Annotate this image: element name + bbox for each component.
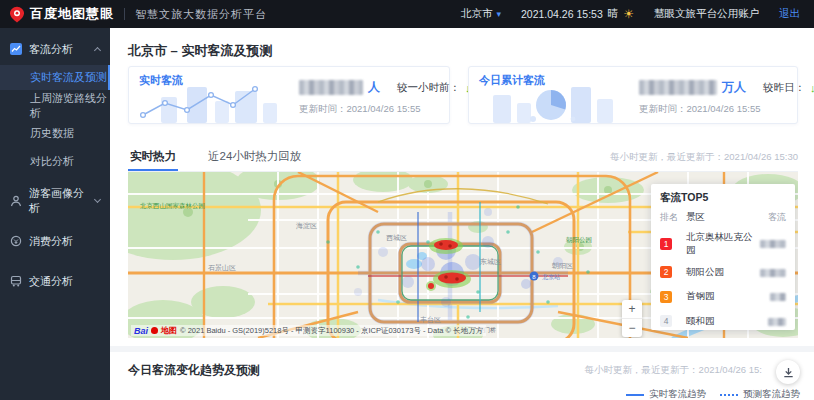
trend-panel: 今日客流变化趋势及预测 每小时更新，最近更新于：2021/04/26 15: 实… [110,352,814,400]
top5-row-3[interactable]: 3 首钢园 [660,288,786,306]
subway-station-badge: 8 [530,272,539,281]
sidebar-nav: 客流分析 实时客流及预测 上周游览路线分析 历史数据 对比分析 游客画像分析 [0,28,110,400]
rank-badge: 3 [660,291,672,303]
sidebar-item-realtime-flow-forecast[interactable]: 实时客流及预测 [0,65,110,90]
header-divider [124,8,125,20]
dotted-line-icon [720,394,738,396]
rank-badge: 4 [660,315,672,327]
chevron-up-icon [94,47,101,54]
heat-tabs: 实时热力 近24小时热力回放 每小时更新，最近更新于：2021/04/26 15… [128,146,798,172]
sidebar-item-label: 对比分析 [30,154,74,169]
realtime-flow-card: 实时客流 人 较一小时前： ↓ [128,66,450,124]
top5-row-2[interactable]: 2 朝阳公园 [660,263,786,281]
datetime-weather: 2021.04.26 15:53 晴 ☀ [521,7,634,21]
baidu-logo-map-text: 地图 [161,325,177,336]
update-time: 更新时间：2021/04/26 15:55 [299,103,420,116]
user-icon [10,195,22,207]
sidebar-item-label: 历史数据 [30,126,74,141]
logo-text: 百度地图慧眼 [30,5,114,23]
scenic-name: 首钢园 [686,290,758,303]
header-right: 北京市 ▾ 2021.04.26 15:53 晴 ☀ 慧眼文旅平台公用账户 退出 [461,7,814,21]
sidebar-item-visitor-profile-analysis[interactable]: 游客画像分析 [0,188,110,214]
baidu-logo-text: Bai [134,326,148,336]
redacted-flow-value [760,269,786,277]
sidebar-item-label: 游客画像分析 [29,186,88,216]
coin-icon [10,235,22,247]
map-pin-logo-icon [10,6,24,23]
chevron-down-icon [94,196,101,203]
top-header: 百度地图慧眼 智慧文旅大数据分析平台 北京市 ▾ 2021.04.26 15:5… [0,0,814,28]
zoom-in-button[interactable]: + [622,300,642,319]
update-time: 更新时间：2021/04/26 15:55 [639,103,760,116]
weather-text: 晴 [608,7,619,21]
redacted-flow-value [639,80,717,95]
sidebar-item-history-data[interactable]: 历史数据 [0,121,110,146]
trend-legend: 实时客流趋势 预测客流趋势 [626,388,800,400]
download-icon [783,367,794,378]
sidebar-item-comparison-analysis[interactable]: 对比分析 [0,149,110,174]
sidebar-item-consumption-analysis[interactable]: 消费分析 [0,228,110,254]
sidebar-item-traffic-analysis[interactable]: 交通分析 [0,268,110,294]
top5-row-4[interactable]: 4 颐和园 [660,312,786,330]
datetime-text: 2021.04.26 15:53 [521,8,603,20]
map-update-note: 每小时更新，最近更新于：2021/04/26 15:30 [610,151,798,171]
app-logo[interactable]: 百度地图慧眼 [0,5,114,23]
tab-24h-heat-replay[interactable]: 近24小时热力回放 [206,149,303,171]
cumulative-flow-card: 今日累计客流 万人 较昨日： ↓ 更新时间：2021/04/26 15:55 [468,66,798,124]
sidebar-item-label: 交通分析 [29,274,100,289]
col-rank-header: 排名 [660,211,686,224]
cumulative-flow-value-row: 万人 较昨日： ↓ [639,79,814,96]
unit-label: 万人 [722,79,746,96]
chevron-down-icon: ▾ [496,9,501,19]
redacted-flow-value [760,240,786,248]
sidebar-item-label: 消费分析 [29,234,100,249]
logout-link[interactable]: 退出 [779,7,800,21]
zoom-out-button[interactable]: − [622,319,642,337]
svg-text:丰台区: 丰台区 [420,316,441,324]
beijing-heat-map[interactable]: 8 海淀区 石景山区 西城区 东城区 朝阳区 丰台区 广渠门桥 北京西山国家森林… [128,172,798,338]
sidebar-item-passenger-flow-analysis[interactable]: 客流分析 [0,36,110,62]
city-name: 北京市 [461,7,493,21]
solid-line-icon [626,394,644,396]
rank-badge: 1 [660,238,672,250]
city-selector[interactable]: 北京市 ▾ [461,7,501,21]
trend-update-note: 每小时更新，最近更新于：2021/04/26 15: [585,364,762,377]
sidebar-item-lastweek-route-analysis[interactable]: 上周游览路线分析 [0,93,110,118]
top5-header-row: 排名 景区 客流 [660,211,786,224]
svg-text:海淀区: 海淀区 [296,222,317,230]
compare-label: 较昨日： [763,81,805,95]
sidebar-item-label: 上周游览路线分析 [30,91,110,121]
top5-row-5[interactable]: 5 八达岭长城 [660,337,786,339]
download-button[interactable] [776,360,800,384]
arrow-down-icon: ↓ [810,82,814,94]
svg-text:朝阳公园: 朝阳公园 [566,236,592,244]
col-name-header: 景区 [686,211,758,224]
account-name: 慧眼文旅平台公用账户 [654,7,759,21]
col-value-header: 客流 [758,211,786,224]
legend-forecast-flow[interactable]: 预测客流趋势 [720,388,800,400]
top5-title: 客流TOP5 [660,191,786,205]
station-label: 北京站 [542,273,560,281]
svg-text:西城区: 西城区 [386,234,407,242]
scenic-name: 颐和园 [686,315,758,328]
redacted-flow-value [770,293,786,301]
map-zoom-control: + − [622,300,642,337]
legend-realtime-flow[interactable]: 实时客流趋势 [626,388,706,400]
svg-text:石景山区: 石景山区 [208,264,236,272]
page-title: 北京市 – 实时客流及预测 [128,42,272,60]
unit-label: 人 [368,79,380,96]
tab-realtime-heat[interactable]: 实时热力 [128,149,178,171]
legend-label: 实时客流趋势 [649,388,706,400]
bus-icon [10,275,22,287]
redacted-flow-value [299,80,363,95]
line-chart-illustration [135,83,285,123]
svg-text:朝阳区: 朝阳区 [551,262,573,270]
sidebar-item-label: 客流分析 [29,42,88,57]
sidebar-item-label: 实时客流及预测 [30,70,107,85]
top5-row-1[interactable]: 1 北京奥林匹克公园 [660,231,786,257]
attribution-text: © 2021 Baidu - GS(2019)5218号 - 甲测资字11009… [180,326,483,336]
trend-title: 今日客流变化趋势及预测 [128,362,260,379]
map-attribution: Bai 地图 © 2021 Baidu - GS(2019)5218号 - 甲测… [131,325,486,336]
app-root: 百度地图慧眼 智慧文旅大数据分析平台 北京市 ▾ 2021.04.26 15:5… [0,0,814,400]
legend-label: 预测客流趋势 [743,388,800,400]
